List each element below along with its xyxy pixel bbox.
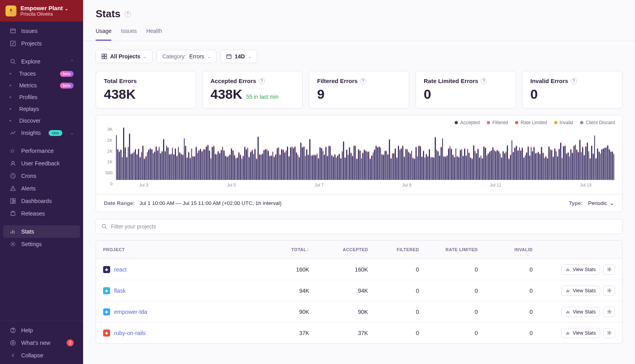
chart-bar[interactable] xyxy=(201,152,203,180)
chart-bar[interactable] xyxy=(593,154,594,180)
chart-bar[interactable] xyxy=(461,150,463,180)
chart-bar[interactable] xyxy=(450,147,451,180)
chart-bar[interactable] xyxy=(595,159,597,180)
chart-bar[interactable] xyxy=(610,152,611,180)
chart-bar[interactable] xyxy=(514,148,515,180)
chart-bar[interactable] xyxy=(562,158,563,180)
chart-bar[interactable] xyxy=(161,152,163,180)
chart-bar[interactable] xyxy=(507,146,508,180)
chart-bar[interactable] xyxy=(545,157,546,180)
project-settings-button[interactable] xyxy=(603,307,615,317)
chart-bar[interactable] xyxy=(432,158,433,180)
chart-bar[interactable] xyxy=(346,150,347,180)
sidebar-item-help[interactable]: Help xyxy=(3,324,80,337)
chart-bar[interactable] xyxy=(550,150,551,180)
chart-bar[interactable] xyxy=(528,147,529,180)
chart-bar[interactable] xyxy=(503,152,504,180)
chart-bar[interactable] xyxy=(473,146,474,180)
project-settings-button[interactable] xyxy=(603,264,615,275)
chart-bar[interactable] xyxy=(165,152,166,180)
legend-rate-limited[interactable]: Rate Limited xyxy=(515,120,547,125)
chart-bar[interactable] xyxy=(171,154,172,180)
sidebar-item-dashboards[interactable]: Dashboards xyxy=(3,195,80,207)
chart-bar[interactable] xyxy=(506,152,507,180)
chart-bar[interactable] xyxy=(348,155,349,180)
chart-bar[interactable] xyxy=(584,156,585,180)
chart-bar[interactable] xyxy=(415,147,417,180)
org-switcher[interactable]: Empower Plant ⌄ Priscila Oliveira xyxy=(0,0,83,22)
chart-bar[interactable] xyxy=(576,150,577,180)
project-search-input[interactable] xyxy=(111,223,617,230)
chart-bar[interactable] xyxy=(412,158,414,180)
chart-bar[interactable] xyxy=(526,153,527,180)
chart-bar[interactable] xyxy=(364,150,365,180)
chart-bar[interactable] xyxy=(405,149,406,180)
chart-bar[interactable] xyxy=(246,150,247,180)
chart-bar[interactable] xyxy=(232,151,234,180)
chart-bar[interactable] xyxy=(356,159,357,180)
legend-accepted[interactable]: Accepted xyxy=(455,120,480,125)
chart-bar[interactable] xyxy=(572,153,573,180)
sidebar-item-performance[interactable]: Performance xyxy=(3,145,80,157)
chart-bar[interactable] xyxy=(159,147,160,180)
chart-bar[interactable] xyxy=(166,146,167,180)
chart-bar[interactable] xyxy=(277,148,278,180)
chart-bar[interactable] xyxy=(136,155,138,180)
chart-bar[interactable] xyxy=(157,151,158,180)
chart-bar[interactable] xyxy=(252,150,253,180)
chart-bar[interactable] xyxy=(327,156,328,180)
sidebar-item-replays[interactable]: Replays xyxy=(3,103,80,115)
chart-bar[interactable] xyxy=(207,145,209,180)
sidebar-item-alerts[interactable]: Alerts xyxy=(3,182,80,195)
chart-bar[interactable] xyxy=(314,155,315,180)
chart-bar[interactable] xyxy=(421,157,423,180)
chart-bar[interactable] xyxy=(317,154,318,180)
chart-bar[interactable] xyxy=(290,148,291,180)
category-filter[interactable]: Category: Errors ⌄ xyxy=(156,50,216,63)
chart-bar[interactable] xyxy=(494,150,495,180)
chart-bar[interactable] xyxy=(483,147,484,180)
chart-bar[interactable] xyxy=(281,150,282,180)
chart-bar[interactable] xyxy=(144,159,145,180)
chart-bar[interactable] xyxy=(604,148,606,180)
chart-bar[interactable] xyxy=(237,158,238,180)
chart-bar[interactable] xyxy=(427,157,428,180)
chart-bar[interactable] xyxy=(457,157,458,180)
chart-bar[interactable] xyxy=(446,156,448,180)
chart-bar[interactable] xyxy=(497,150,498,180)
chart-bar[interactable] xyxy=(156,147,157,180)
chart-bar[interactable] xyxy=(258,137,259,180)
chart-bar[interactable] xyxy=(482,159,483,180)
chart-bar[interactable] xyxy=(359,151,361,180)
chart-bar[interactable] xyxy=(225,156,226,180)
chart-bar[interactable] xyxy=(352,156,353,180)
chart-bar[interactable] xyxy=(551,150,552,180)
chart-bar[interactable] xyxy=(475,151,476,180)
chart-bar[interactable] xyxy=(241,159,243,180)
chart-bar[interactable] xyxy=(411,151,412,180)
chart-bar[interactable] xyxy=(575,145,576,180)
chart-bar[interactable] xyxy=(368,152,369,180)
chart-bar[interactable] xyxy=(212,147,213,180)
chart-bar[interactable] xyxy=(398,146,399,180)
sidebar-item-profiles[interactable]: Profiles xyxy=(3,91,80,103)
col-rate-limited[interactable]: RATE LIMITED xyxy=(419,247,478,252)
chart-bar[interactable] xyxy=(538,152,539,180)
chart-bar[interactable] xyxy=(263,150,265,180)
chart-bar[interactable] xyxy=(203,150,204,180)
chart-bar[interactable] xyxy=(418,146,419,180)
chart-bar[interactable] xyxy=(227,157,228,180)
sidebar-item-settings[interactable]: Settings xyxy=(3,238,80,250)
chart-bar[interactable] xyxy=(253,154,254,180)
chart-bar[interactable] xyxy=(286,151,287,180)
chart-bar[interactable] xyxy=(435,138,436,180)
chart-bar[interactable] xyxy=(585,147,586,180)
chart-bar[interactable] xyxy=(437,152,439,180)
chart-bar[interactable] xyxy=(569,157,570,180)
chart-bar[interactable] xyxy=(300,143,301,180)
chart-bar[interactable] xyxy=(609,150,610,180)
chart-bar[interactable] xyxy=(426,154,427,180)
chart-bar[interactable] xyxy=(597,149,598,180)
chart-bar[interactable] xyxy=(492,148,493,180)
chart-bar[interactable] xyxy=(588,152,590,180)
